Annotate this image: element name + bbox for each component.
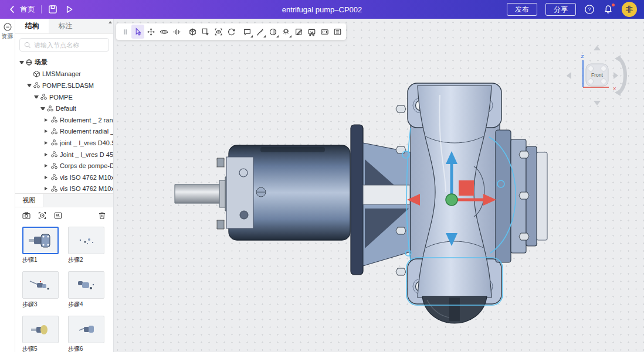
step-label: 步骤5 (22, 345, 60, 352)
comment-tool-button[interactable] (240, 25, 253, 39)
tree-item[interactable]: 场景 (15, 57, 113, 69)
assembly-icon (50, 128, 58, 135)
view-focus-tool-button[interactable] (212, 25, 225, 39)
search-input[interactable] (34, 42, 105, 49)
step-label: 步骤2 (68, 256, 106, 264)
step-thumbnail[interactable]: 步骤1 (22, 227, 60, 263)
resources-icon[interactable] (3, 22, 12, 32)
tree-item[interactable]: Corps de pompe-Disque d''us (15, 160, 113, 172)
expand-icon[interactable] (45, 187, 49, 190)
tree-item[interactable]: POMPE (15, 91, 113, 103)
tab-structure[interactable]: 结构 (15, 19, 49, 33)
viewcube-arrow-right[interactable] (614, 72, 618, 79)
node-search (19, 38, 109, 52)
document-title: entrifugal pump–CP002 (282, 5, 362, 14)
focus-icon[interactable] (38, 211, 47, 220)
topbar-divider (41, 5, 42, 13)
step-thumbnail[interactable]: 步骤3 (22, 271, 60, 307)
viewcube-arrow-down[interactable] (594, 101, 601, 105)
expand-icon[interactable] (45, 153, 49, 156)
notifications-button[interactable] (603, 4, 614, 15)
axis-x-label: X (613, 86, 616, 91)
viewport-3d[interactable]: P (114, 19, 644, 352)
animation-tool-button[interactable] (279, 25, 292, 39)
pump-model[interactable] (175, 83, 547, 323)
step-thumbnail[interactable]: 步骤4 (68, 271, 106, 307)
view-cube[interactable]: Front Z X (557, 41, 644, 111)
expand-icon[interactable] (45, 141, 49, 145)
camera-icon[interactable] (22, 211, 31, 220)
gizmo-center-handle[interactable] (446, 194, 457, 206)
box-select-tool-button[interactable] (199, 25, 212, 39)
tree-item[interactable]: Joint _ l_vres D 45.STEP-1 (15, 149, 113, 160)
explode-tool-button[interactable] (170, 25, 183, 39)
viewcube-rotate-arc[interactable] (618, 57, 625, 94)
assembly-icon (50, 139, 58, 146)
tree-item[interactable]: joint _ l_vres D40.STEP-1 (15, 137, 113, 149)
bom-list-tool-button[interactable] (331, 25, 344, 39)
play-icon[interactable] (64, 4, 74, 15)
views-toolbar (15, 207, 113, 224)
lantern-bracket[interactable] (363, 143, 411, 266)
collapse-icon[interactable] (34, 95, 39, 98)
note-tool-button[interactable] (292, 25, 305, 39)
step-label: 步骤1 (22, 256, 60, 264)
viewcube-arrow-left[interactable] (567, 72, 571, 79)
tree-item[interactable]: Default (15, 102, 113, 114)
tree-item[interactable]: Roulement radial _ 1 rang_e d (15, 126, 113, 138)
bottom-dome[interactable] (422, 296, 487, 323)
expand-icon[interactable] (45, 129, 49, 133)
panel-tabs: 结构 标注 (15, 19, 113, 34)
viewcube-rotate-arrowhead-top[interactable] (615, 55, 621, 62)
svg-text:?: ? (588, 6, 591, 12)
collapse-icon[interactable] (27, 84, 32, 87)
tab-views[interactable]: 视图 (15, 194, 43, 207)
collapse-icon[interactable] (40, 107, 45, 110)
step-label: 步骤6 (68, 345, 106, 352)
step-thumbnail[interactable]: 步骤2 (68, 227, 106, 263)
step-preview (28, 276, 53, 294)
reset-view-tool-button[interactable] (225, 25, 238, 39)
publish-button[interactable]: 发布 (507, 3, 537, 16)
viewcube-arrow-up[interactable] (594, 46, 601, 50)
save-icon[interactable] (48, 4, 58, 15)
material-tool-button[interactable] (266, 25, 279, 39)
gizmo-plane-handle[interactable] (459, 180, 474, 196)
dropdown-arrow (263, 35, 266, 37)
measure-tool-button[interactable] (253, 25, 266, 39)
select-tool-button[interactable]: P (131, 25, 144, 39)
collapse-icon[interactable] (19, 61, 24, 64)
tree-item[interactable]: vis ISO 4762 M10x20.STEP-1 (15, 172, 113, 183)
expand-icon[interactable] (45, 164, 49, 168)
isolate-tool-button[interactable] (186, 25, 199, 39)
motor-shaft[interactable] (175, 177, 230, 211)
avatar[interactable]: 非 (622, 2, 637, 17)
expand-icon[interactable] (45, 118, 49, 122)
trash-icon[interactable] (97, 211, 107, 220)
tab-annotation[interactable]: 标注 (49, 19, 82, 33)
axis-z-label: Z (581, 54, 584, 59)
step-thumbnail[interactable]: 步骤5 (22, 316, 60, 352)
pump-housing[interactable] (408, 83, 501, 304)
dimension-tool-button[interactable] (318, 25, 331, 39)
step-thumbnail[interactable]: 步骤6 (68, 316, 106, 352)
expand-icon[interactable] (45, 176, 49, 179)
scroll-up-arrow[interactable] (109, 21, 112, 23)
share-button[interactable]: 分享 (545, 3, 576, 16)
orbit-tool-button[interactable] (157, 25, 170, 39)
snapshot-tool-button[interactable] (305, 25, 318, 39)
home-button[interactable]: 首页 (7, 4, 35, 15)
tree-item[interactable]: POMPE.SLDASM (15, 80, 113, 91)
move-tool-button[interactable] (144, 25, 157, 39)
motor[interactable] (217, 145, 350, 240)
tree-item[interactable]: Roulement _ 2 rang_es de bill (15, 114, 113, 126)
drag-handle[interactable] (118, 25, 131, 39)
board-icon[interactable] (53, 211, 63, 220)
help-icon[interactable]: ? (584, 4, 595, 15)
resources-label[interactable]: 资源 (2, 32, 13, 40)
tree-item[interactable]: vis ISO 4762 M10x20.STEP-2 (15, 183, 113, 193)
canvas-toolbar: P (116, 23, 346, 40)
tree-item[interactable]: LMSManager (15, 69, 113, 80)
motor-flange[interactable] (351, 125, 363, 275)
views-tabbar: 视图 (15, 193, 113, 207)
